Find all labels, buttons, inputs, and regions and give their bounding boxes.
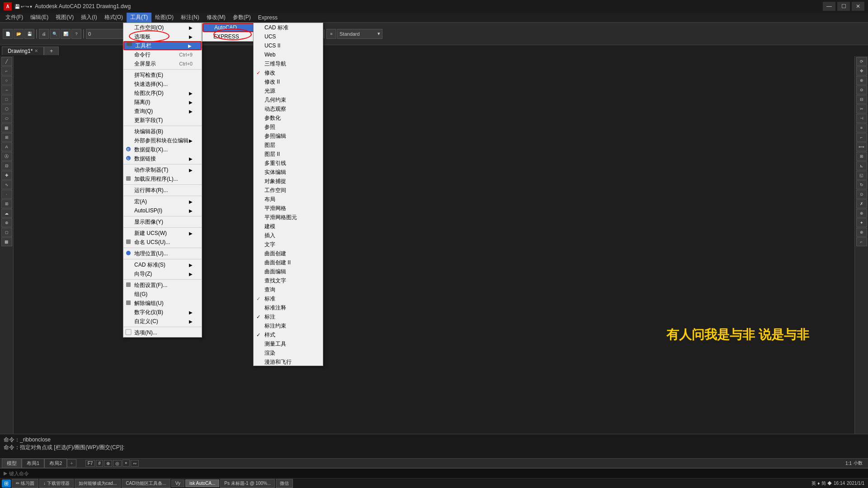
windows-start[interactable]: ⊞ [2,479,11,488]
linetype-dropdown[interactable]: Standard▾ [337,29,382,39]
scale-tool[interactable]: ◱ [856,171,867,180]
tb-smoothmesh[interactable]: 平滑网格 [254,204,323,213]
close-button[interactable]: ✕ [852,2,864,11]
undo-icon[interactable]: ↩ [21,4,24,9]
tb-walk-fly[interactable]: 漫游和飞行 [254,357,323,366]
tab-new[interactable]: + [44,47,59,55]
menu-toolbars[interactable]: 工具栏 ▶ [123,41,202,50]
explode-tool[interactable]: ✦ [856,218,867,227]
polar-button[interactable]: ◎ [113,460,122,467]
zoom-out[interactable]: ⊖ [856,85,867,94]
tb-standardanno[interactable]: 标准注释 [254,303,323,312]
menu-inquiry[interactable]: 查询(Q) ▶ [123,107,202,116]
taskbar-download[interactable]: ↓ 下载管理器 [39,479,74,488]
menu-format[interactable]: 格式(O) [101,13,127,23]
tb-multileader[interactable]: 多重引线 [254,159,323,168]
minimize-button[interactable]: — [823,2,835,11]
tb-layouts[interactable]: 布局 [254,195,323,204]
menu-workspace[interactable]: 工作空间(O) ▶ [123,23,202,32]
zoom-in[interactable]: ⊕ [856,76,867,85]
draw-spline[interactable]: ∿ [1,180,12,189]
taskbar-autocad[interactable]: isk AutoCA... [185,479,219,487]
menu-view[interactable]: 视图(V) [52,13,77,23]
save-button[interactable]: 💾 [24,29,34,39]
tb-modify2[interactable]: 修改 II [254,77,323,86]
draw-mtext[interactable]: Ⓐ [1,152,12,161]
menu-nameducs[interactable]: 命名 UCS(U)... [123,238,202,247]
snap-tools[interactable]: ⊕ [1,218,12,227]
linetype-icon[interactable]: ≡ [326,29,336,39]
draw-text[interactable]: A [1,142,12,151]
save-icon[interactable]: 💾 [14,4,20,9]
draw-circle[interactable]: ○ [1,76,12,85]
menu-group[interactable]: 组(G) [123,290,202,299]
erase-tool[interactable]: ✗ [856,199,867,208]
snap-button[interactable]: F7 [85,460,95,467]
tb-smoothmeshprim[interactable]: 平滑网格图元 [254,213,323,222]
menu-options[interactable]: 选项(N)... [123,328,202,337]
tb-findtext[interactable]: 查找文字 [254,276,323,285]
draw-rect[interactable]: □ [1,95,12,104]
command-input[interactable] [9,471,145,476]
tb-workspace[interactable]: 工作空间 [254,186,323,195]
tb-inquiry[interactable]: 查询 [254,285,323,294]
menu-quickselect[interactable]: 快速选择(K)... [123,80,202,89]
tb-styles[interactable]: ✓ 样式 [254,330,323,339]
menu-runscript[interactable]: 运行脚本(R)... [123,186,202,195]
plot-button[interactable]: 📊 [61,29,71,39]
menu-macro[interactable]: 宏(A) ▶ [123,197,202,206]
menu-updatefield[interactable]: 更新字段(T) [123,116,202,125]
wipeout[interactable]: ◻ [1,228,12,237]
draw-arc[interactable]: ⌢ [1,85,12,94]
gradient[interactable]: ▩ [1,237,12,246]
menu-loadapp[interactable]: 加载应用程序(L)... [123,174,202,183]
tb-3dnav[interactable]: 三维导航 [254,59,323,68]
menu-wizard[interactable]: 向导(Z) ▶ [123,269,202,278]
draw-polyline[interactable]: ⌐ [1,66,12,75]
tb-web[interactable]: Web [254,50,323,59]
mirror-tool[interactable]: ⟺ [856,142,867,151]
menu-blockeditor[interactable]: 块编辑器(B) [123,127,202,136]
taskbar-app-cad-draw[interactable]: ✏ 练习圆 [12,479,38,488]
menu-draw[interactable]: 绘图(D) [151,13,177,23]
tb-ucs2[interactable]: UCS II [254,41,323,50]
tb-osnap[interactable]: 对象捕捉 [254,177,323,186]
menu-customize[interactable]: 自定义(C) ▶ [123,317,202,326]
menu-xref-edit[interactable]: 外部参照和块在位编辑 ▶ [123,136,202,145]
draw-polygon[interactable]: ⬡ [1,104,12,113]
tb-refedit[interactable]: 参照编辑 [254,131,323,141]
menu-dataextract[interactable]: E 数据提取(X)... [123,145,202,154]
title-bar-controls[interactable]: — ☐ ✕ [823,2,864,11]
offset-tool[interactable]: ≡ [856,123,867,132]
join-tool[interactable]: ⊕ [856,228,867,237]
menu-ungroup[interactable]: 解除编组(U) [123,299,202,308]
orbit-tool[interactable]: ⟳ [856,57,867,66]
tb-dimconstraint[interactable]: 标注约束 [254,321,323,330]
move-tool[interactable]: ⊕ [856,209,867,218]
menu-newucs[interactable]: 新建 UCS(W) ▶ [123,229,202,238]
draw-xline[interactable]: ✚ [1,171,12,180]
menu-digitizer[interactable]: 数字化仪(B) ▶ [123,308,202,317]
tb-insert[interactable]: 插入 [254,231,323,240]
insert-block[interactable]: ⊟ [1,161,12,170]
draw-region[interactable]: ⊞ [1,133,12,142]
menu-dimension[interactable]: 标注(N) [177,13,203,23]
menu-displayimage[interactable]: 显示图像(Y) [123,217,202,226]
menu-params[interactable]: 参数(P) [229,13,255,23]
draw-line[interactable]: ╱ [1,57,12,66]
tb-surfcreate[interactable]: 曲面创建 [254,249,323,258]
tb-text[interactable]: 文字 [254,240,323,249]
menu-palettes[interactable]: 选项板 ▶ [123,32,202,41]
menu-datalink[interactable]: L 数据链接 ▶ [123,154,202,163]
restore-button[interactable]: ☐ [837,2,850,11]
rotate-tool[interactable]: ↻ [856,180,867,189]
menu-tools[interactable]: 工具(T) [127,13,151,23]
tb-reference[interactable]: 参照 [254,122,323,131]
tb-surfcreate2[interactable]: 曲面创建 II [254,258,323,267]
tb-ucs[interactable]: UCS [254,32,323,41]
taskbar-vy[interactable]: Vy [171,479,184,487]
tab-layout1[interactable]: 布局1 [22,459,44,468]
tb-measuretool[interactable]: 测量工具 [254,339,323,348]
draw-hatch[interactable]: ▦ [1,123,12,132]
tb-dimension[interactable]: ✓ 标注 [254,312,323,321]
